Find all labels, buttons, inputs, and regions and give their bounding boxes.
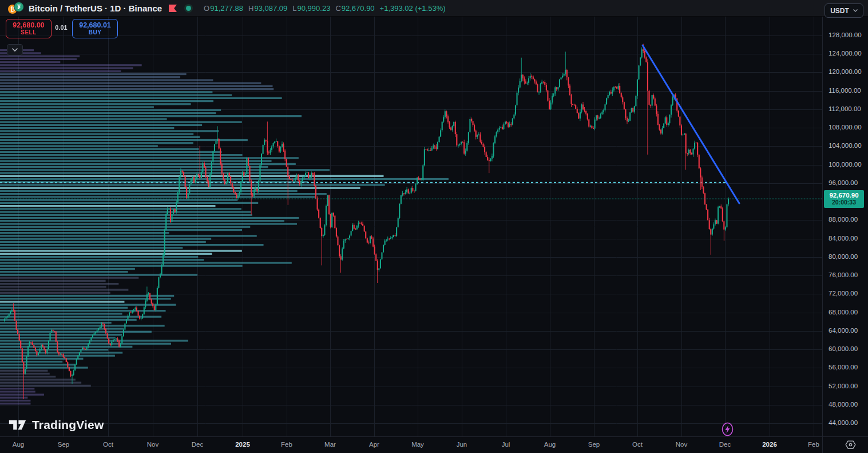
price-tick-label: 112,000.00: [829, 105, 861, 112]
main-chart-canvas[interactable]: [0, 17, 822, 436]
time-tick-label: Apr: [369, 441, 379, 448]
price-tick-label: 80,000.00: [829, 253, 858, 260]
time-tick-label: Dec: [192, 441, 203, 448]
price-change: +1,393.02 (+1.53%): [380, 4, 446, 13]
time-tick-label: Feb: [281, 441, 292, 448]
price-tick-label: 104,000.00: [829, 142, 862, 149]
time-tick-label: Aug: [13, 441, 24, 448]
time-tick-label: Mar: [324, 441, 336, 448]
ohlc-values: O91,277.88H93,087.09L90,990.23C92,670.90: [199, 4, 375, 13]
collapse-panel-button[interactable]: [7, 44, 23, 56]
spread-value: 0.01: [50, 24, 72, 31]
flag-icon[interactable]: [169, 4, 177, 13]
chevron-down-icon: [853, 9, 858, 12]
buy-label: BUY: [89, 29, 102, 36]
ohlc-label: C: [335, 4, 340, 13]
lightning-button[interactable]: [720, 422, 735, 437]
time-tick-label: Aug: [544, 441, 556, 448]
price-tick-label: 96,000.00: [829, 179, 858, 186]
time-tick-label: Jun: [457, 441, 467, 448]
ohlc-value: 90,990.23: [298, 4, 331, 13]
price-tick-label: 56,000.00: [829, 364, 858, 371]
tradingview-watermark-text: TradingView: [32, 418, 104, 432]
time-tick-label: 2025: [235, 441, 250, 448]
price-tick-label: 88,000.00: [829, 216, 858, 223]
sell-button[interactable]: 92,680.00 SELL: [6, 19, 51, 38]
price-tick-label: 48,000.00: [829, 401, 858, 408]
ohlc-label: L: [292, 4, 296, 13]
price-tick-label: 76,000.00: [829, 271, 858, 278]
buy-price: 92,680.01: [79, 21, 111, 29]
tradingview-logo-icon: [8, 419, 27, 431]
price-tick-label: 100,000.00: [829, 161, 862, 168]
time-tick-label: Dec: [719, 441, 731, 448]
lightning-icon: [720, 422, 735, 437]
time-tick-label: 2026: [762, 441, 777, 448]
tradingview-chart-app: ₿ ₮ Bitcoin / TetherUS · 1D · Binance O9…: [0, 0, 868, 453]
price-tick-label: 116,000.00: [829, 87, 861, 94]
time-tick-label: Nov: [676, 441, 687, 448]
tether-icon: ₮: [14, 2, 24, 12]
time-axis[interactable]: AugSepOctNovDec2025FebMarAprMayJunJulAug…: [0, 436, 822, 453]
price-tick-label: 52,000.00: [829, 383, 858, 389]
currency-label: USDT: [830, 7, 849, 15]
axis-corner: [822, 436, 868, 453]
price-tick-label: 84,000.00: [829, 235, 858, 242]
time-tick-label: Nov: [147, 441, 158, 448]
price-tick-label: 68,000.00: [829, 309, 858, 316]
sell-label: SELL: [21, 29, 37, 36]
time-tick-label: Feb: [808, 441, 819, 448]
price-tick-label: 44,000.00: [829, 419, 858, 426]
price-tick-label: 128,000.00: [829, 31, 862, 38]
chart-toolbar: ₿ ₮ Bitcoin / TetherUS · 1D · Binance O9…: [0, 0, 868, 17]
time-tick-label: May: [411, 441, 424, 448]
axis-settings-button[interactable]: [845, 439, 856, 452]
current-price-value: 92,670.90: [824, 191, 864, 199]
chevron-down-icon: [12, 48, 18, 52]
symbol-title[interactable]: Bitcoin / TetherUS · 1D · Binance: [29, 3, 162, 13]
time-tick-label: Jul: [502, 441, 510, 448]
symbol-pair-icon: ₿ ₮: [8, 2, 25, 14]
price-axis[interactable]: 92,670.90 20:00:33 128,000.00124,000.001…: [822, 17, 868, 436]
ohlc-label: O: [204, 4, 209, 13]
gear-icon: [845, 439, 856, 450]
price-tick-label: 72,000.00: [829, 290, 858, 297]
ohlc-value: 93,087.09: [254, 4, 287, 13]
time-tick-label: Sep: [588, 441, 600, 448]
bar-countdown: 20:00:33: [824, 199, 864, 206]
time-tick-label: Oct: [103, 441, 113, 448]
ohlc-value: 92,670.90: [342, 4, 375, 13]
ohlc-label: H: [248, 4, 253, 13]
tradingview-watermark: TradingView: [8, 418, 104, 432]
time-tick-label: Sep: [58, 441, 69, 448]
sell-price: 92,680.00: [13, 21, 45, 29]
price-tick-label: 124,000.00: [829, 50, 862, 57]
currency-dropdown[interactable]: USDT: [825, 3, 863, 18]
price-tick-label: 64,000.00: [829, 327, 858, 334]
current-price-badge: 92,670.90 20:00:33: [824, 190, 864, 208]
price-tick-label: 120,000.00: [829, 68, 862, 75]
ohlc-value: 91,277.88: [210, 4, 243, 13]
price-tick-label: 108,000.00: [829, 124, 862, 131]
price-tick-label: 60,000.00: [829, 345, 858, 352]
buy-button[interactable]: 92,680.01 BUY: [72, 19, 118, 38]
time-tick-label: Oct: [632, 441, 643, 448]
market-status-icon[interactable]: [184, 4, 193, 13]
